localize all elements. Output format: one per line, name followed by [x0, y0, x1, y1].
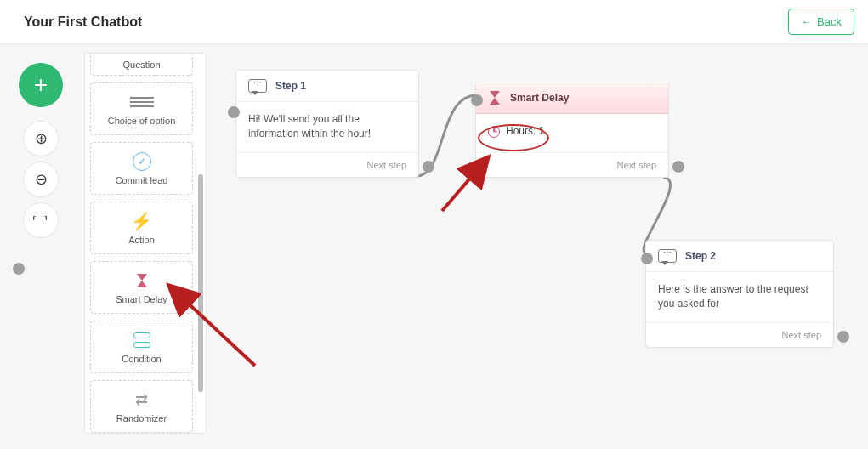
- card-step2-out-port[interactable]: [837, 331, 849, 343]
- palette-label: Randomizer: [116, 413, 167, 423]
- hourglass-icon: [135, 270, 149, 291]
- message-icon: [658, 249, 677, 263]
- palette-item-action[interactable]: ⚡ Action: [90, 202, 193, 254]
- card-title: Step 1: [275, 80, 306, 92]
- card-step2-in-port[interactable]: [641, 253, 653, 264]
- zoom-out-button[interactable]: ⊖: [23, 162, 59, 197]
- clock-icon: [488, 126, 500, 138]
- list-icon: [130, 92, 154, 112]
- condition-icon: [133, 330, 150, 350]
- palette-item-question[interactable]: Question: [90, 54, 193, 76]
- zoom-in-button[interactable]: ⊕: [23, 121, 59, 156]
- next-step-label: Next step: [367, 160, 406, 170]
- card-step2-head: Step 2: [646, 241, 833, 272]
- palette-item-condition[interactable]: Condition: [90, 321, 193, 373]
- card-step1-foot: Next step: [236, 152, 418, 177]
- back-button[interactable]: ← Back: [788, 9, 854, 35]
- next-step-label: Next step: [782, 330, 821, 340]
- check-circle-icon: ✓: [133, 151, 151, 172]
- header: Your First Chatbot ← Back: [0, 0, 868, 44]
- card-smart-out-port[interactable]: [672, 161, 684, 173]
- palette-label: Commit lead: [116, 175, 168, 185]
- palette-item-choice[interactable]: Choice of option: [90, 82, 193, 135]
- card-title: Step 2: [685, 250, 716, 262]
- card-step1-body: Hi! We'll send you all the information w…: [236, 102, 418, 152]
- canvas-edge-handle[interactable]: [13, 263, 25, 275]
- minus-outline-icon: ⊖: [35, 170, 48, 189]
- back-label: Back: [817, 15, 842, 28]
- palette-scrollbar-thumb[interactable]: [198, 174, 203, 392]
- arrow-left-icon: ←: [801, 15, 812, 28]
- palette-label: Condition: [122, 354, 161, 364]
- card-step2[interactable]: Step 2 Here is the answer to the request…: [645, 240, 834, 348]
- card-smart-in-port[interactable]: [471, 94, 483, 106]
- palette-label: Smart Delay: [116, 294, 167, 304]
- card-title: Smart Delay: [510, 92, 569, 104]
- palette-label: Action: [128, 235, 155, 245]
- plus-outline-icon: ⊕: [35, 129, 48, 148]
- palette-item-smart-delay[interactable]: Smart Delay: [90, 261, 193, 314]
- add-node-button[interactable]: +: [19, 63, 63, 107]
- palette-item-commit-lead[interactable]: ✓ Commit lead: [90, 142, 193, 195]
- node-palette: Question Choice of option ✓ Commit lead …: [84, 53, 207, 434]
- palette-item-randomizer[interactable]: ⇄ Randomizer: [90, 380, 193, 433]
- card-step2-body: Here is the answer to the request you as…: [646, 272, 833, 322]
- hours-label: Hours:: [506, 125, 536, 137]
- next-step-label: Next step: [617, 160, 656, 170]
- card-smart-delay[interactable]: Smart Delay Hours: 1 Next step: [475, 82, 669, 178]
- hours-row: Hours: 1: [488, 124, 544, 139]
- plus-icon: +: [34, 71, 48, 99]
- card-step1[interactable]: Step 1 Hi! We'll send you all the inform…: [235, 70, 419, 178]
- fit-view-button[interactable]: ⸢ ⸣: [23, 202, 59, 238]
- bolt-icon: ⚡: [131, 211, 152, 231]
- flow-canvas[interactable]: + ⊕ ⊖ ⸢ ⸣ Question Choice of option ✓ Co…: [0, 44, 868, 449]
- fit-icon: ⸢ ⸣: [32, 214, 49, 227]
- palette-label: Question: [122, 60, 160, 70]
- card-smart-foot: Next step: [476, 152, 668, 177]
- hourglass-icon: [488, 91, 502, 105]
- card-smart-body: Hours: 1: [476, 114, 668, 152]
- card-smart-head: Smart Delay: [476, 82, 668, 114]
- card-step1-head: Step 1: [236, 71, 418, 102]
- palette-label: Choice of option: [108, 116, 176, 126]
- message-icon: [248, 79, 267, 93]
- card-step1-in-port[interactable]: [228, 106, 240, 118]
- shuffle-icon: ⇄: [135, 389, 148, 410]
- card-step1-out-port[interactable]: [423, 161, 434, 173]
- page-title: Your First Chatbot: [24, 14, 142, 30]
- card-step2-foot: Next step: [646, 322, 833, 347]
- hours-value: 1: [539, 125, 545, 137]
